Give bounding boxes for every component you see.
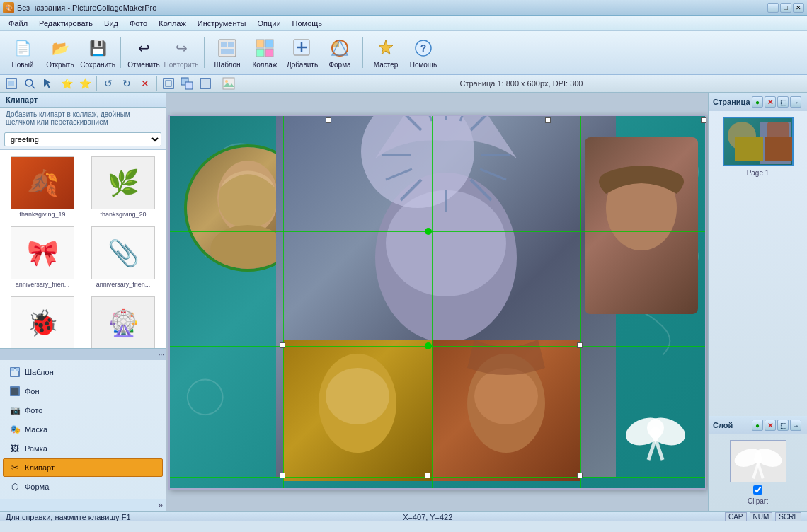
svg-rect-5 (265, 40, 273, 47)
select-button[interactable] (40, 75, 57, 92)
menu-collage[interactable]: Коллаж (153, 18, 192, 29)
svg-line-19 (32, 86, 35, 88)
arrange-button-1[interactable] (160, 75, 177, 92)
page-add-button[interactable]: ● (752, 96, 763, 108)
add-button[interactable]: Добавить (284, 33, 321, 71)
layer-section: Слой ● ✕ ⬚ → (709, 416, 807, 511)
shape-button[interactable]: Форма (321, 33, 358, 71)
arrange-button-3[interactable] (197, 75, 214, 92)
grid-line-v3 (580, 116, 581, 488)
layer-thumb-image[interactable] (730, 440, 786, 482)
collage-button[interactable]: Коллаж (246, 33, 283, 71)
svg-marker-20 (44, 79, 52, 88)
page-delete-button[interactable]: ✕ (765, 96, 776, 108)
wizard-button[interactable]: Мастер (367, 33, 404, 71)
page-next-button[interactable]: → (790, 96, 801, 108)
selection-handle-midright[interactable] (577, 342, 583, 348)
clipart-item-1[interactable]: 🍂 thanksgiving_19 (3, 153, 82, 221)
handle-topleft[interactable] (326, 117, 331, 123)
clipart-search-select[interactable]: greeting anniversary birthday thanksgivi… (4, 132, 161, 146)
right-panel: Страница ● ✕ ⬚ → (708, 93, 807, 511)
layer-delete-button[interactable]: ✕ (765, 420, 776, 431)
nav-clipart[interactable]: ✂ Клипарт (3, 458, 163, 477)
menu-bar: Файл Редактировать Вид Фото Коллаж Инстр… (0, 16, 807, 31)
expand-left-panel-button[interactable]: » (158, 500, 163, 510)
template-button[interactable]: Шаблон (209, 33, 246, 71)
clipart-search[interactable]: greeting anniversary birthday thanksgivi… (0, 129, 166, 150)
save-button[interactable]: 💾 Сохранить (79, 33, 116, 71)
selection-handle-bottomcenter[interactable] (425, 473, 430, 478)
menu-help[interactable]: Помощь (287, 18, 328, 29)
nav-shape[interactable]: ⬡ Форма (3, 478, 163, 496)
maximize-button[interactable]: □ (780, 3, 791, 13)
star-button-2[interactable]: ⭐ (76, 75, 93, 92)
selection-handle-midcenter[interactable] (425, 342, 432, 349)
canvas-wrapper (168, 115, 706, 490)
collage-label: Коллаж (252, 61, 277, 69)
clipart-item-3[interactable]: 🎀 anniversary_frien... (3, 223, 82, 291)
new-button[interactable]: 📄 Новый (4, 33, 41, 71)
clipart-name-2: thanksgiving_20 (100, 211, 146, 218)
page-section-title: Страница ● ✕ ⬚ → (709, 93, 807, 111)
collapse-handle[interactable]: ··· (0, 349, 166, 360)
wizard-label: Мастер (374, 61, 399, 69)
toolbar-file-group: 📄 Новый 📂 Открыть 💾 Сохранить (4, 33, 116, 71)
page-thumb-image[interactable] (723, 117, 794, 166)
open-button[interactable]: 📂 Открыть (42, 33, 79, 71)
menu-file[interactable]: Файл (3, 18, 33, 29)
clipart-item-5[interactable]: 🐞 anniversary_frien... (3, 293, 82, 349)
main-layout: Клипарт Добавить клипарт в коллаж, двойн… (0, 93, 807, 511)
clipart-item-6[interactable]: 🎡 anniversary_frien... (84, 293, 163, 349)
nav-frame[interactable]: 🖼 Рамка (3, 439, 163, 458)
arrange-button-2[interactable] (178, 75, 195, 92)
page-duplicate-button[interactable]: ⬚ (777, 96, 789, 108)
view-fit-button[interactable] (3, 75, 20, 92)
layer-duplicate-button[interactable]: ⬚ (777, 420, 789, 431)
toolbar-create-group: Шаблон Коллаж Добавить (209, 33, 358, 71)
rotate-right-button[interactable]: ↻ (118, 75, 135, 92)
svg-rect-2 (228, 42, 234, 47)
grid-line-h1 (170, 231, 705, 232)
menu-tools[interactable]: Инструменты (192, 18, 252, 29)
nav-mask-label: Маска (25, 425, 47, 434)
canvas-area[interactable] (166, 93, 708, 511)
menu-edit[interactable]: Редактировать (33, 18, 98, 29)
nav-background[interactable]: Фон (3, 382, 163, 400)
open-icon: 📂 (49, 37, 71, 59)
handle-topright[interactable] (545, 117, 551, 123)
menu-view[interactable]: Вид (98, 18, 124, 29)
clipart-item-2[interactable]: 🌿 thanksgiving_20 (84, 153, 163, 221)
delete-sec-button[interactable]: ✕ (137, 75, 154, 92)
layer-visible-checkbox[interactable] (753, 485, 762, 495)
minimize-button[interactable]: ─ (767, 3, 779, 13)
photo-thumb-button[interactable] (220, 75, 237, 92)
help-button[interactable]: ? Помощь (405, 33, 442, 71)
selection-handle-bottomright[interactable] (577, 473, 583, 478)
nav-template-label: Шаблон (25, 368, 54, 376)
rotate-left-button[interactable]: ↺ (100, 75, 117, 92)
clipart-item-4[interactable]: 📎 anniversary_frien... (84, 223, 163, 291)
nav-template[interactable]: Шаблон (3, 363, 163, 381)
status-indicators: CAP NUM SCRL (725, 512, 801, 521)
undo-button[interactable]: ↩ Отменить (125, 33, 162, 71)
undo-label: Отменить (127, 61, 160, 69)
star-button-1[interactable]: ⭐ (58, 75, 75, 92)
selection-handle-bottomleft[interactable] (280, 473, 285, 478)
selection-handle-top[interactable] (425, 228, 432, 235)
layer-thumbnail: Clipart (709, 434, 807, 511)
menu-photo[interactable]: Фото (124, 18, 153, 29)
selection-handle-midleft[interactable] (280, 342, 285, 348)
nav-photo[interactable]: 📷 Фото (3, 401, 163, 420)
page-section: Страница ● ✕ ⬚ → (709, 93, 807, 183)
menu-options[interactable]: Опции (251, 18, 286, 29)
toolbar-sep-2 (204, 37, 205, 68)
layer-add-button[interactable]: ● (752, 420, 763, 431)
decorative-bow (620, 403, 691, 474)
zoom-button[interactable] (21, 75, 38, 92)
handle-topright2[interactable] (701, 117, 706, 123)
layer-next-button[interactable]: → (790, 420, 801, 431)
redo-button[interactable]: ↪ Повторить (163, 33, 200, 71)
close-button[interactable]: ✕ (793, 3, 804, 13)
nav-mask[interactable]: 🎭 Маска (3, 420, 163, 439)
svg-rect-24 (185, 82, 193, 89)
